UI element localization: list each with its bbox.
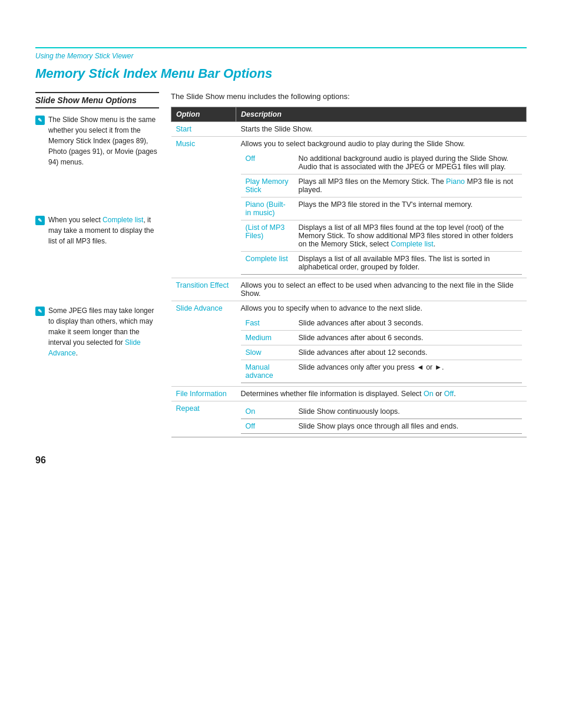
sub-row-fast: Fast Slide advances after about 3 second…	[241, 316, 522, 331]
sub-option-list-mp3: (List of MP3 Files)	[241, 220, 294, 252]
desc-start: Starts the Slide Show.	[236, 122, 527, 137]
sub-row-play-memory: Play Memory Stick Plays all MP3 files on…	[241, 174, 522, 197]
sub-row-medium: Medium Slide advances after about 6 seco…	[241, 331, 522, 345]
repeat-sub-table: On Slide Show continuously loops. Off Sl…	[241, 404, 522, 434]
sub-desc-slow: Slide advances after about 12 seconds.	[294, 345, 522, 360]
sub-option-play-memory: Play Memory Stick	[241, 174, 294, 197]
piano-link: Piano	[446, 177, 465, 186]
sub-row-piano: Piano (Built-in music) Plays the MP3 fil…	[241, 197, 522, 220]
main-title: Memory Stick Index Menu Bar Options	[35, 66, 527, 81]
top-rule	[35, 47, 527, 48]
col-header-description: Description	[236, 107, 527, 122]
sub-option-complete-list: Complete list	[241, 252, 294, 275]
table-row: File Information Determines whether file…	[171, 387, 527, 401]
table-row: Transition Effect Allows you to select a…	[171, 278, 527, 301]
option-slide-advance: Slide Advance	[171, 301, 236, 387]
sub-row-repeat-on: On Slide Show continuously loops.	[241, 404, 522, 419]
option-file-info: File Information	[171, 387, 236, 401]
table-header-row: Option Description	[171, 107, 527, 122]
sidebar-note-2: ✎ When you select Complete list, it may …	[35, 215, 159, 246]
section-label: Using the Memory Stick Viewer	[35, 52, 527, 60]
sidebar-note-1: ✎ The Slide Show menu is the same whethe…	[35, 114, 159, 167]
note-icon-1: ✎	[35, 116, 45, 125]
sub-row-slow: Slow Slide advances after about 12 secon…	[241, 345, 522, 360]
option-repeat: Repeat	[171, 401, 236, 437]
sidebar-note-3-text: Some JPEG files may take longer to displ…	[48, 305, 159, 358]
sub-desc-piano: Plays the MP3 file stored in the TV's in…	[294, 197, 522, 220]
sub-row-complete-list: Complete list Displays a list of all ava…	[241, 252, 522, 275]
sub-option-slow: Slow	[241, 345, 294, 360]
sub-desc-off: No additional background audio is played…	[294, 151, 522, 174]
sidebar-title: Slide Show Menu Options	[35, 95, 159, 108]
slide-advance-sub-table: Fast Slide advances after about 3 second…	[241, 316, 522, 383]
off-link: Off	[444, 390, 454, 398]
complete-list-link-1: Complete list	[103, 216, 143, 224]
left-column: Slide Show Menu Options ✎ The Slide Show…	[35, 92, 159, 437]
right-column: The Slide Show menu includes the followi…	[171, 92, 527, 437]
note-icon-3: ✎	[35, 307, 45, 316]
slide-advance-link: Slide Advance	[48, 338, 141, 357]
option-music: Music	[171, 137, 236, 278]
sidebar-note-3: ✎ Some JPEG files may take longer to dis…	[35, 305, 159, 358]
table-row: Music Allows you to select background au…	[171, 137, 527, 278]
option-transition: Transition Effect	[171, 278, 236, 301]
desc-music: Allows you to select background audio to…	[236, 137, 527, 278]
col-header-option: Option	[171, 107, 236, 122]
sidebar-note-2-text: When you select Complete list, it may ta…	[48, 215, 159, 246]
page-number: 96	[35, 455, 527, 466]
content-area: Slide Show Menu Options ✎ The Slide Show…	[35, 92, 527, 437]
sub-desc-list-mp3: Displays a list of all MP3 files found a…	[294, 220, 522, 252]
sidebar-note-1-text: The Slide Show menu is the same whether …	[48, 114, 159, 167]
sub-row-off: Off No additional background audio is pl…	[241, 151, 522, 174]
sub-option-piano: Piano (Built-in music)	[241, 197, 294, 220]
desc-file-info: Determines whether file information is d…	[236, 387, 527, 401]
sub-row-manual: Manual advance Slide advances only after…	[241, 360, 522, 383]
sub-option-fast: Fast	[241, 316, 294, 331]
desc-slide-advance: Allows you to specify when to advance to…	[236, 301, 527, 387]
page: Using the Memory Stick Viewer Memory Sti…	[0, 47, 562, 728]
table-row: Repeat On Slide Show continuously loops.…	[171, 401, 527, 437]
sub-desc-repeat-off: Slide Show plays once through all files …	[294, 419, 522, 434]
sub-option-manual: Manual advance	[241, 360, 294, 383]
music-sub-table: Off No additional background audio is pl…	[241, 151, 522, 275]
sub-desc-fast: Slide advances after about 3 seconds.	[294, 316, 522, 331]
complete-list-link-2: Complete list	[391, 240, 434, 248]
sub-row-repeat-off: Off Slide Show plays once through all fi…	[241, 419, 522, 434]
sub-option-repeat-on: On	[241, 404, 294, 419]
sub-row-list-mp3: (List of MP3 Files) Displays a list of a…	[241, 220, 522, 252]
option-start: Start	[171, 122, 236, 137]
sub-desc-repeat-on: Slide Show continuously loops.	[294, 404, 522, 419]
sub-option-repeat-off: Off	[241, 419, 294, 434]
table-row: Slide Advance Allows you to specify when…	[171, 301, 527, 387]
table-row: Start Starts the Slide Show.	[171, 122, 527, 137]
sub-option-medium: Medium	[241, 331, 294, 345]
sub-desc-manual: Slide advances only after you press ◄ or…	[294, 360, 522, 383]
note-icon-2: ✎	[35, 216, 45, 225]
sub-desc-play-memory: Plays all MP3 files on the Memory Stick.…	[294, 174, 522, 197]
desc-repeat: On Slide Show continuously loops. Off Sl…	[236, 401, 527, 437]
sub-desc-complete-list: Displays a list of all available MP3 fil…	[294, 252, 522, 275]
desc-transition: Allows you to select an effect to be use…	[236, 278, 527, 301]
on-link: On	[424, 390, 434, 398]
options-table: Option Description Start Starts the Slid…	[171, 107, 527, 437]
sub-option-off: Off	[241, 151, 294, 174]
sub-desc-medium: Slide advances after about 6 seconds.	[294, 331, 522, 345]
intro-text: The Slide Show menu includes the followi…	[171, 92, 527, 101]
